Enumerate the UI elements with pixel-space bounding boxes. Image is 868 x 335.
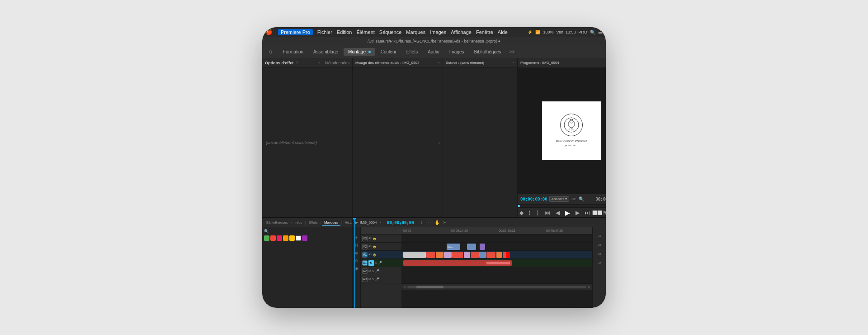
program-timecode-display[interactable]: 00;00;00;00 bbox=[520, 197, 547, 201]
next-marker-button[interactable]: ⟩ bbox=[534, 209, 541, 216]
search-icon[interactable]: 🔍 bbox=[590, 30, 595, 35]
timeline-timecode-display[interactable]: 00;00;00;00 bbox=[387, 220, 414, 225]
clip-v2-2[interactable] bbox=[467, 244, 476, 250]
tab-assemblage[interactable]: Assemblage bbox=[309, 48, 343, 56]
source-panel-close-icon[interactable]: × bbox=[512, 61, 514, 65]
tab-bibliotheques[interactable]: Bibliothèques bbox=[470, 48, 506, 56]
swatch-green[interactable] bbox=[264, 235, 269, 241]
tab-audio[interactable]: Audio bbox=[423, 48, 444, 56]
tab-images[interactable]: Images bbox=[445, 48, 469, 56]
prev-marker-button[interactable]: ⟨ bbox=[526, 209, 533, 216]
clip-v1-red-4[interactable] bbox=[486, 252, 495, 258]
menu-images[interactable]: Images bbox=[430, 29, 446, 35]
menu-element[interactable]: Élément bbox=[356, 29, 374, 35]
tab-bibliotheques-bottom[interactable]: Bibliothèques bbox=[264, 220, 290, 225]
effects-options-menu-icon[interactable]: ≡ bbox=[296, 61, 298, 65]
menu-sequence[interactable]: Séquence bbox=[379, 29, 402, 35]
clip-v1-white[interactable] bbox=[403, 252, 426, 258]
timeline-scroll-track[interactable] bbox=[407, 286, 586, 288]
clip-v1-blue[interactable] bbox=[479, 252, 486, 258]
track-a1-toggle[interactable]: A1 bbox=[362, 260, 368, 266]
swatch-white[interactable] bbox=[296, 235, 301, 241]
timeline-scrollbar[interactable]: ◁ ▷ bbox=[401, 283, 592, 290]
tab-montage[interactable]: Montage bbox=[344, 48, 375, 56]
lift-button[interactable]: ⬜⬜ bbox=[594, 209, 601, 216]
track-a3-mic-icon[interactable]: 🎤 bbox=[375, 278, 379, 281]
clip-a1-waveform[interactable] bbox=[486, 262, 510, 264]
tab-more-button[interactable]: >> bbox=[507, 48, 518, 56]
track-v1-toggle[interactable]: V1 bbox=[362, 252, 368, 258]
menu-fichier[interactable]: Fichier bbox=[317, 29, 332, 35]
menu-icon[interactable]: ☰ bbox=[598, 30, 602, 35]
timeline-tool-razor[interactable]: ✂ bbox=[442, 220, 448, 226]
home-button[interactable]: ⌂ bbox=[266, 47, 275, 56]
tab-infos[interactable]: Infos bbox=[292, 220, 304, 225]
expand-arrow-icon[interactable]: › bbox=[439, 140, 440, 145]
track-a1-mic-icon[interactable]: 🎤 bbox=[378, 261, 382, 265]
step-forward-button[interactable]: ▶ bbox=[574, 209, 581, 216]
menu-app-name[interactable]: Premiere Pro bbox=[278, 29, 313, 35]
menu-aide[interactable]: Aide bbox=[498, 29, 508, 35]
step-back-button[interactable]: ◀ bbox=[554, 209, 561, 216]
timeline-tool-2[interactable]: ↔ bbox=[426, 220, 433, 226]
go-to-out-button[interactable]: ⏭ bbox=[584, 209, 591, 216]
timeline-scroll-left-icon[interactable]: ◁ bbox=[403, 285, 406, 289]
track-v1-lock-icon[interactable]: 🔒 bbox=[373, 253, 377, 257]
track-a2-mute-icon[interactable]: M bbox=[368, 269, 371, 273]
search-icon-bottom[interactable]: 🔍 bbox=[264, 229, 269, 234]
audio-mix-close-icon[interactable]: × bbox=[438, 61, 440, 65]
track-a3-mute-icon[interactable]: M bbox=[368, 278, 371, 281]
swatch-purple[interactable] bbox=[302, 235, 307, 241]
timeline-sequence-label[interactable]: IMG_0504 bbox=[360, 220, 377, 225]
swatch-pink[interactable] bbox=[277, 235, 282, 241]
track-row-v1[interactable] bbox=[401, 251, 592, 259]
tab-couleur[interactable]: Couleur bbox=[376, 48, 401, 56]
track-row-a1[interactable] bbox=[401, 259, 592, 267]
timeline-scroll-right-icon[interactable]: ▷ bbox=[588, 285, 590, 289]
swatch-orange[interactable] bbox=[283, 235, 288, 241]
menu-edition[interactable]: Edition bbox=[337, 29, 352, 35]
clip-v1-pink[interactable] bbox=[443, 252, 452, 258]
track-v1-eye-icon[interactable]: 👁 bbox=[368, 253, 372, 256]
clip-v2-3[interactable] bbox=[480, 244, 485, 250]
play-button[interactable]: ▶ bbox=[564, 209, 571, 216]
adapter-dropdown[interactable]: Adapter ▾ bbox=[549, 196, 569, 202]
track-row-v3[interactable] bbox=[401, 234, 592, 243]
clip-v1-pink-2[interactable] bbox=[464, 252, 470, 258]
go-to-in-button[interactable]: ⏮ bbox=[544, 209, 551, 216]
track-a2-solo-icon[interactable]: S bbox=[372, 269, 374, 273]
track-a1-solo-icon[interactable]: S bbox=[375, 261, 377, 264]
clip-v2-1[interactable]: IMG bbox=[447, 244, 460, 250]
clip-v1-red-3[interactable] bbox=[471, 252, 479, 258]
track-a2-mic-icon[interactable]: 🎤 bbox=[375, 269, 379, 273]
tab-effets[interactable]: Effets bbox=[402, 48, 422, 56]
track-row-v2[interactable]: IMG bbox=[401, 243, 592, 251]
tab-marques[interactable]: Marques bbox=[322, 220, 340, 226]
track-v3-eye-icon[interactable]: 👁 bbox=[368, 237, 372, 240]
track-a1-patch[interactable]: M bbox=[368, 260, 374, 266]
tab-effets-bottom[interactable]: Effets bbox=[307, 220, 320, 225]
swatch-yellow[interactable] bbox=[289, 235, 295, 241]
zoom-icon[interactable]: 🔍 bbox=[579, 196, 584, 201]
menu-marques[interactable]: Marques bbox=[406, 29, 425, 35]
track-row-a2[interactable] bbox=[401, 267, 592, 275]
metadata-tab[interactable]: Métadonnées bbox=[325, 61, 349, 65]
timeline-close-icon[interactable]: × bbox=[379, 220, 382, 225]
track-v2-eye-icon[interactable]: 👁 bbox=[368, 245, 372, 248]
clip-v1-red-2[interactable] bbox=[452, 252, 463, 258]
clip-v1-red-5[interactable] bbox=[503, 252, 510, 258]
track-a2-toggle[interactable]: A2 bbox=[362, 268, 368, 274]
clip-v1-orange-2[interactable] bbox=[496, 252, 502, 258]
track-a3-solo-icon[interactable]: S bbox=[372, 278, 374, 281]
clip-v1-orange[interactable] bbox=[436, 252, 443, 258]
track-v2-lock-icon[interactable]: 🔒 bbox=[373, 245, 377, 249]
program-progress-bar[interactable] bbox=[518, 204, 606, 207]
apple-logo-icon[interactable]: 🍎 bbox=[266, 29, 273, 35]
extract-button[interactable]: 📷 bbox=[602, 209, 606, 216]
menu-affichage[interactable]: Affichage bbox=[451, 29, 472, 35]
track-row-a3[interactable] bbox=[401, 275, 592, 283]
clip-v1-red-1[interactable] bbox=[426, 252, 435, 258]
track-v3-toggle[interactable]: V3 bbox=[362, 236, 368, 241]
track-v3-lock-icon[interactable]: 🔒 bbox=[373, 237, 377, 240]
track-v2-toggle[interactable]: V2 bbox=[362, 244, 368, 249]
